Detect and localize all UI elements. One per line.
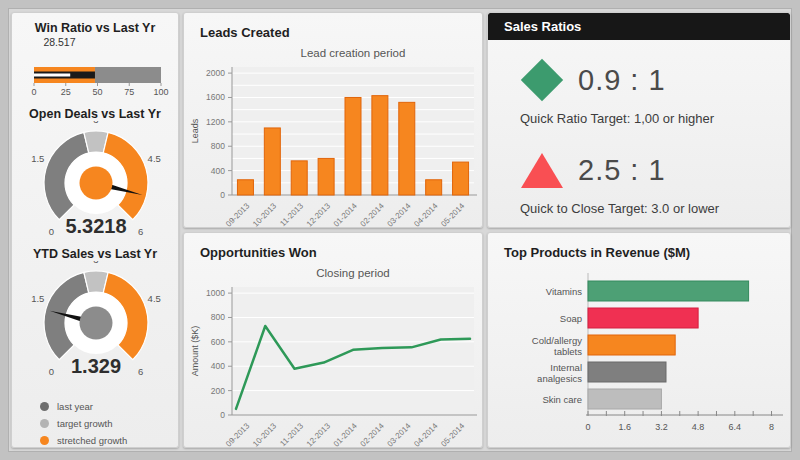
svg-text:10-2013: 10-2013 [251, 421, 279, 447]
svg-text:4.5: 4.5 [148, 293, 161, 304]
svg-text:Amount ($K): Amount ($K) [190, 326, 200, 377]
legend-swatch-icon [40, 419, 49, 428]
svg-text:Vitamins: Vitamins [546, 286, 583, 297]
top-products-panel: Top Products in Revenue ($M) 01.63.24.86… [487, 232, 791, 448]
legend-swatch-icon [40, 436, 49, 445]
svg-text:12-2013: 12-2013 [305, 421, 333, 447]
svg-text:0: 0 [220, 410, 225, 420]
svg-text:09-2013: 09-2013 [224, 421, 252, 447]
legend-label: last year [57, 401, 93, 412]
quick-to-close-value: 2.5 : 1 [578, 154, 666, 187]
svg-text:Soap: Soap [560, 313, 582, 324]
kpi-sidebar-panel: Win Ratio vs Last Yr 28.517 0255075100 O… [11, 12, 179, 448]
svg-text:Lead creation period: Lead creation period [301, 47, 406, 59]
leads-created-panel: Leads Created Lead creation period040080… [183, 12, 483, 228]
legend-label: target growth [57, 418, 112, 429]
svg-text:4.8: 4.8 [692, 422, 705, 432]
svg-text:04-2014: 04-2014 [412, 421, 440, 447]
svg-text:400: 400 [211, 166, 225, 176]
svg-text:3: 3 [93, 261, 98, 265]
svg-text:03-2014: 03-2014 [385, 201, 413, 227]
kpi-legend: last year target growth stretched growth [40, 399, 127, 450]
svg-text:11-2013: 11-2013 [278, 201, 305, 227]
svg-text:02-2014: 02-2014 [359, 201, 387, 227]
bullet-chart-title: Win Ratio vs Last Yr [12, 21, 178, 35]
svg-text:800: 800 [211, 312, 225, 322]
sales-ratios-header: Sales Ratios [488, 13, 790, 40]
quick-ratio-value: 0.9 : 1 [578, 64, 666, 97]
svg-text:0: 0 [49, 366, 54, 377]
quick-to-close-row: 2.5 : 1 [518, 148, 666, 192]
gauge2-title: YTD Sales vs Last Yr [12, 247, 178, 261]
svg-text:05-2014: 05-2014 [439, 421, 467, 447]
gauge1-title: Open Deals vs Last Yr [12, 107, 178, 121]
svg-text:02-2014: 02-2014 [359, 421, 387, 447]
svg-text:1.5: 1.5 [31, 293, 44, 304]
svg-text:0: 0 [585, 422, 590, 432]
products-hbar-chart: 01.63.24.86.48VitaminsSoapCold/allergyta… [488, 267, 792, 447]
svg-text:Skin care: Skin care [542, 394, 582, 405]
svg-text:03-2014: 03-2014 [385, 421, 413, 447]
svg-text:400: 400 [211, 361, 225, 371]
svg-text:8: 8 [769, 422, 774, 432]
svg-text:6: 6 [138, 366, 143, 377]
opportunities-won-panel: Opportunities Won Closing period02004006… [183, 232, 483, 448]
legend-item: target growth [40, 416, 127, 431]
quick-ratio-caption: Quick Ratio Target: 1,00 or higher [520, 111, 714, 126]
bullet-chart-value: 28.517 [12, 36, 107, 48]
panel-title: Top Products in Revenue ($M) [504, 245, 690, 260]
open-deals-gauge-chart: 01.534.565.3218 [16, 121, 176, 243]
svg-text:01-2014: 01-2014 [332, 201, 360, 227]
svg-text:1.5: 1.5 [31, 153, 44, 164]
diamond-icon [518, 58, 566, 102]
legend-label: stretched growth [57, 435, 127, 446]
svg-text:04-2014: 04-2014 [412, 201, 440, 227]
svg-text:0: 0 [49, 226, 54, 237]
svg-text:10-2013: 10-2013 [251, 201, 279, 227]
svg-text:50: 50 [92, 87, 102, 97]
svg-text:1000: 1000 [206, 288, 225, 298]
svg-text:1600: 1600 [206, 92, 225, 102]
svg-text:25: 25 [61, 87, 71, 97]
triangle-icon [518, 148, 566, 192]
svg-text:Internal: Internal [550, 362, 582, 373]
panel-title: Leads Created [200, 25, 290, 40]
quick-ratio-row: 0.9 : 1 [518, 58, 666, 102]
svg-text:12-2013: 12-2013 [305, 201, 333, 227]
legend-item: stretched growth [40, 433, 127, 448]
svg-text:5.3218: 5.3218 [65, 215, 126, 237]
sales-ratios-header-label: Sales Ratios [504, 19, 581, 34]
svg-text:11-2013: 11-2013 [278, 421, 305, 447]
sales-ratios-panel: Sales Ratios 0.9 : 1 Quick Ratio Target:… [487, 12, 791, 228]
dashboard: Win Ratio vs Last Yr 28.517 0255075100 O… [8, 8, 792, 452]
win-ratio-bullet-chart: 0255075100 [16, 49, 176, 101]
legend-swatch-icon [40, 402, 49, 411]
svg-text:Cold/allergy: Cold/allergy [532, 335, 582, 346]
svg-text:1.6: 1.6 [618, 422, 631, 432]
quick-to-close-caption: Quick to Close Target: 3.0 or lower [520, 201, 719, 216]
leads-bar-chart: Lead creation period0400800120016002000L… [184, 43, 483, 227]
svg-text:3: 3 [93, 121, 98, 125]
opportunities-line-chart: Closing period02004006008001000Amount ($… [184, 263, 483, 447]
legend-item: last year [40, 399, 127, 414]
svg-text:2000: 2000 [206, 68, 225, 78]
svg-text:0: 0 [31, 87, 36, 97]
svg-text:05-2014: 05-2014 [439, 201, 467, 227]
svg-text:3.2: 3.2 [655, 422, 668, 432]
svg-text:800: 800 [211, 141, 225, 151]
svg-text:600: 600 [211, 337, 225, 347]
svg-text:1.329: 1.329 [71, 355, 121, 377]
panel-title: Opportunities Won [200, 245, 317, 260]
svg-text:6.4: 6.4 [729, 422, 742, 432]
svg-text:0: 0 [220, 190, 225, 200]
svg-text:Closing period: Closing period [316, 267, 390, 279]
svg-text:1200: 1200 [206, 117, 225, 127]
svg-text:01-2014: 01-2014 [332, 421, 360, 447]
svg-text:analgesics: analgesics [537, 373, 582, 384]
svg-text:75: 75 [124, 87, 134, 97]
ytd-sales-gauge-chart: 01.534.561.329 [16, 261, 176, 383]
svg-text:200: 200 [211, 386, 225, 396]
svg-text:tablets: tablets [554, 346, 582, 357]
svg-text:09-2013: 09-2013 [224, 201, 252, 227]
svg-text:4.5: 4.5 [148, 153, 161, 164]
